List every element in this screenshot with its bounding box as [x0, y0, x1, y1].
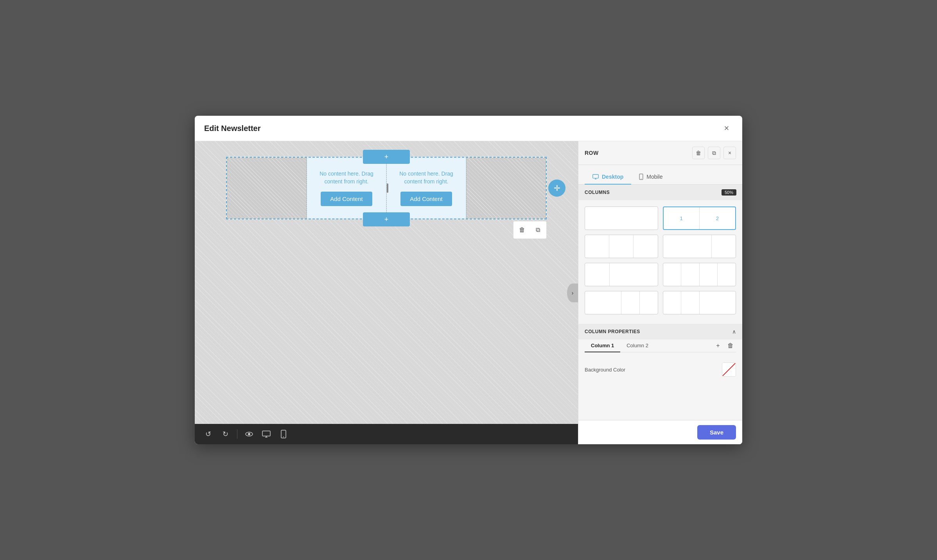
- layout-ssl-2: [681, 291, 700, 314]
- copy-icon: ⧉: [536, 226, 540, 233]
- redo-button[interactable]: ↻: [218, 427, 232, 441]
- layout-4e-3: [700, 263, 718, 286]
- move-icon: ✛: [554, 183, 560, 193]
- resize-handle[interactable]: [386, 158, 389, 218]
- right-panel: ROW 🗑 ⧉ ×: [578, 141, 742, 444]
- column-props-chevron-icon: ∧: [732, 328, 736, 335]
- delete-icon: 🗑: [519, 226, 525, 233]
- layout-lss-1: [585, 291, 621, 314]
- add-content-col1-button[interactable]: Add Content: [321, 192, 372, 206]
- email-col-2: No content here. Drag content from right…: [386, 158, 466, 219]
- toolbar-divider-1: [237, 429, 237, 439]
- layout-lss-2: [621, 291, 640, 314]
- col-tab-1[interactable]: Column 1: [585, 339, 620, 352]
- layout-3e-3: [634, 235, 657, 258]
- save-button[interactable]: Save: [697, 425, 736, 440]
- layout-three-equal[interactable]: [585, 235, 658, 258]
- column-props-section-header[interactable]: COLUMN PROPERTIES ∧: [578, 324, 742, 339]
- svg-point-7: [641, 178, 641, 179]
- col-left-side: [227, 158, 307, 219]
- add-row-top-icon: +: [384, 153, 389, 161]
- panel-close-icon: ×: [728, 150, 731, 156]
- layout-ssl-1: [663, 291, 682, 314]
- col-right-side: [466, 158, 546, 219]
- add-row-top-button[interactable]: +: [363, 150, 410, 164]
- preview-button[interactable]: [242, 427, 256, 441]
- layout-3e-1: [585, 235, 609, 258]
- layout-large-sm-sm[interactable]: [585, 291, 658, 314]
- panel-content: COLUMNS 50% ∧ 1: [578, 185, 742, 420]
- col2-placeholder-text: No content here. Drag content from right…: [395, 170, 458, 185]
- layout-4e-1: [663, 263, 682, 286]
- undo-button[interactable]: ↺: [201, 427, 215, 441]
- layout-3e-2: [609, 235, 634, 258]
- layout-half-half[interactable]: 1 2: [663, 206, 736, 230]
- layout-twothird-third[interactable]: [663, 235, 736, 258]
- row-copy-button[interactable]: ⧉: [531, 223, 545, 237]
- modal-close-button[interactable]: ×: [720, 122, 733, 135]
- mobile-view-button[interactable]: [276, 427, 291, 441]
- dot2: [387, 188, 388, 189]
- row-delete-button[interactable]: 🗑: [515, 223, 529, 237]
- svg-point-0: [248, 433, 250, 435]
- email-col-1: No content here. Drag content from right…: [307, 158, 386, 219]
- tooltip-badge: 50%: [722, 189, 736, 196]
- layout-third-twothird[interactable]: [585, 263, 658, 286]
- resize-dots: [387, 186, 388, 191]
- mobile-tab[interactable]: Mobile: [631, 170, 670, 185]
- row-actions: 🗑 ⧉: [513, 221, 547, 239]
- columns-header-right: 50% ∧: [729, 189, 736, 196]
- desktop-tab-icon: [592, 174, 599, 179]
- preview-icon: [245, 430, 253, 438]
- layout-tt-1: [663, 235, 712, 258]
- panel-header: ROW 🗑 ⧉ ×: [578, 141, 742, 165]
- add-row-bottom-button[interactable]: +: [363, 212, 410, 226]
- background-color-swatch[interactable]: [722, 363, 736, 377]
- canvas-inner: + No content here. Drag content from rig…: [195, 141, 578, 424]
- chevron-right-icon: ›: [572, 290, 574, 296]
- panel-header-actions: 🗑 ⧉ ×: [692, 147, 736, 159]
- columns-grid: 1 2: [578, 200, 742, 321]
- col-tab-2[interactable]: Column 2: [620, 339, 655, 352]
- layout-tt-2: [712, 235, 736, 258]
- mobile-icon: [281, 430, 286, 438]
- columns-section-header[interactable]: COLUMNS 50% ∧: [578, 185, 742, 200]
- background-color-label: Background Color: [585, 367, 625, 373]
- layout-4e-4: [718, 263, 736, 286]
- add-content-col2-button[interactable]: Add Content: [400, 192, 452, 206]
- row-container: + No content here. Drag content from rig…: [226, 157, 547, 219]
- columns-section-label: COLUMNS: [585, 190, 610, 195]
- modal: Edit Newsletter × + No conte: [195, 116, 742, 444]
- add-col-button[interactable]: +: [713, 340, 723, 351]
- svg-point-4: [283, 436, 284, 437]
- layout-four-equal[interactable]: [663, 263, 736, 286]
- desktop-view-button[interactable]: [259, 427, 273, 441]
- panel-copy-button[interactable]: ⧉: [708, 147, 720, 159]
- desktop-icon: [262, 431, 271, 438]
- desktop-tab-label: Desktop: [602, 174, 623, 180]
- layout-half-1: 1: [664, 207, 700, 229]
- panel-delete-icon: 🗑: [696, 150, 701, 156]
- layout-full[interactable]: [585, 206, 658, 230]
- mobile-tab-icon: [639, 174, 643, 180]
- view-tabs: Desktop Mobile: [578, 165, 742, 185]
- layout-sm-sm-large[interactable]: [663, 291, 736, 314]
- panel-delete-button[interactable]: 🗑: [692, 147, 705, 159]
- column-props-label: COLUMN PROPERTIES: [585, 329, 640, 334]
- panel-close-button[interactable]: ×: [723, 147, 736, 159]
- modal-header: Edit Newsletter ×: [195, 116, 742, 141]
- layout-half-2: 2: [700, 207, 735, 229]
- mobile-tab-label: Mobile: [646, 174, 662, 180]
- panel-copy-icon: ⧉: [712, 150, 716, 156]
- background-color-row: Background Color: [585, 359, 736, 381]
- svg-rect-2: [262, 431, 270, 436]
- desktop-tab[interactable]: Desktop: [585, 170, 631, 185]
- column-props-content: Column 1 Column 2 + 🗑 Background Color: [578, 339, 742, 387]
- layout-4e-2: [681, 263, 700, 286]
- delete-col-button[interactable]: 🗑: [725, 340, 736, 351]
- color-swatch-empty: [722, 363, 736, 376]
- dot1: [387, 186, 388, 187]
- canvas-toolbar: ↺ ↻: [195, 424, 578, 444]
- collapse-panel-button[interactable]: ›: [567, 284, 578, 302]
- move-handle[interactable]: ✛: [548, 179, 565, 197]
